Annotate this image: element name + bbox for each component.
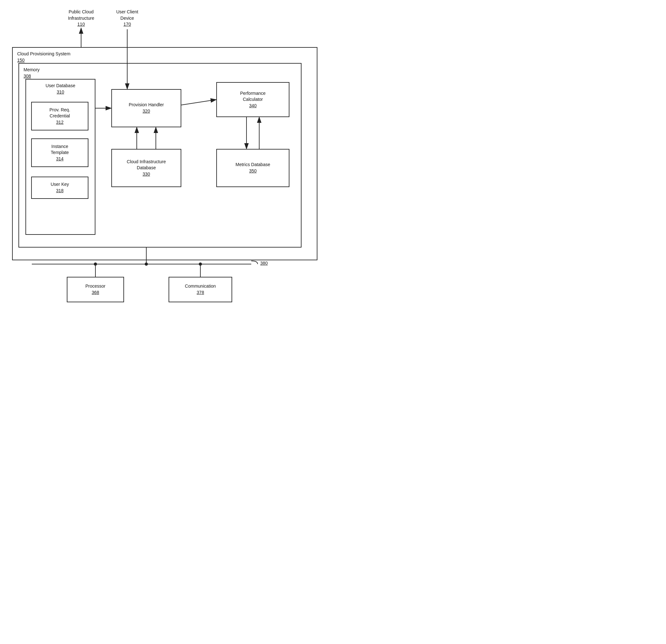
communication-ref: 378	[196, 290, 204, 296]
bus-ref: 380	[255, 260, 274, 267]
instance-template-label: Instance Template	[51, 143, 69, 156]
public-cloud-label: Public Cloud Infrastructure 110	[62, 9, 100, 28]
processor-box: Processor 368	[67, 277, 124, 302]
user-key-box: User Key 318	[31, 176, 88, 199]
provision-handler-ref: 320	[142, 108, 150, 115]
prov-req-label: Prov. Req. Credential	[49, 107, 70, 119]
cloud-infra-db-label: Cloud Infrastructure Database	[127, 159, 166, 171]
provision-handler-box: Provision Handler 320	[111, 89, 181, 127]
performance-calculator-label: Performance Calculator	[240, 90, 266, 103]
performance-calculator-box: Performance Calculator 340	[216, 82, 290, 117]
instance-template-ref: 314	[56, 156, 63, 162]
cloud-infra-db-box: Cloud Infrastructure Database 330	[111, 149, 181, 187]
user-key-label: User Key	[51, 181, 69, 188]
cloud-provisioning-label: Cloud Provisioning System	[17, 51, 70, 56]
metrics-database-label: Metrics Database	[236, 162, 270, 168]
instance-template-box: Instance Template 314	[31, 138, 88, 167]
bus-label: 380	[255, 260, 274, 267]
metrics-database-ref: 350	[249, 168, 256, 174]
processor-label: Processor	[85, 283, 105, 290]
metrics-database-box: Metrics Database 350	[216, 149, 290, 187]
prov-req-box: Prov. Req. Credential 312	[31, 102, 88, 131]
user-key-ref: 318	[56, 188, 63, 194]
provision-handler-label: Provision Handler	[129, 102, 164, 108]
svg-point-13	[94, 262, 97, 266]
cloud-provisioning-ref: 150	[17, 57, 24, 64]
memory-label: Memory	[23, 67, 40, 72]
user-database-ref: 310	[57, 89, 64, 96]
performance-calculator-ref: 340	[249, 103, 256, 109]
processor-ref: 368	[92, 290, 99, 296]
diagram-container: Public Cloud Infrastructure 110 User Cli…	[0, 0, 333, 322]
user-client-label: User Client Device 170	[110, 9, 145, 28]
communication-box: Communication 378	[169, 277, 232, 302]
user-database-label: User Database	[46, 83, 75, 89]
svg-point-16	[145, 262, 148, 266]
cloud-infra-db-ref: 330	[142, 171, 150, 177]
svg-point-15	[199, 262, 202, 266]
memory-ref: 308	[23, 73, 31, 80]
prov-req-ref: 312	[56, 119, 63, 126]
communication-label: Communication	[185, 283, 216, 290]
